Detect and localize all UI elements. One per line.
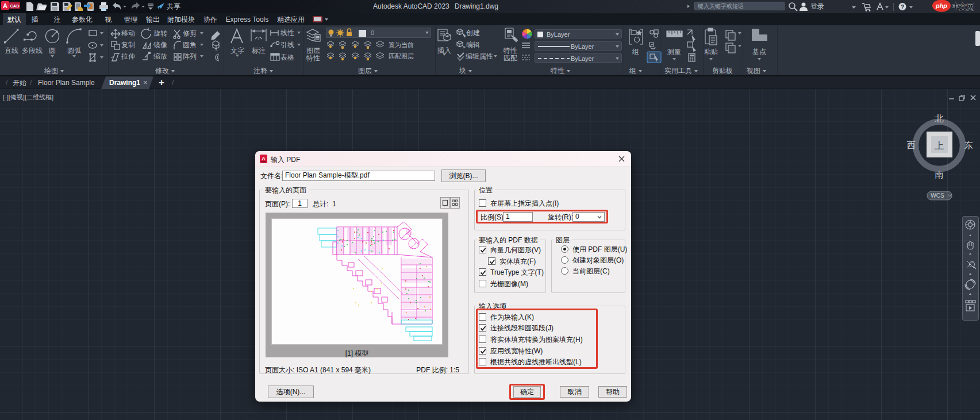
svg-text:CAD: CAD	[10, 3, 20, 9]
svg-text:?: ?	[901, 4, 904, 10]
svg-text:A: A	[262, 156, 266, 161]
svg-text:南: 南	[935, 169, 944, 179]
svg-text:西: 西	[907, 140, 916, 150]
svg-text:php: php	[935, 2, 947, 9]
svg-text:上: 上	[935, 140, 944, 151]
svg-text:北: 北	[935, 113, 944, 123]
svg-text:中文网: 中文网	[952, 2, 974, 11]
svg-text:WCS: WCS	[931, 192, 944, 199]
svg-text:东: 东	[964, 140, 973, 150]
svg-text:A: A	[3, 2, 7, 9]
